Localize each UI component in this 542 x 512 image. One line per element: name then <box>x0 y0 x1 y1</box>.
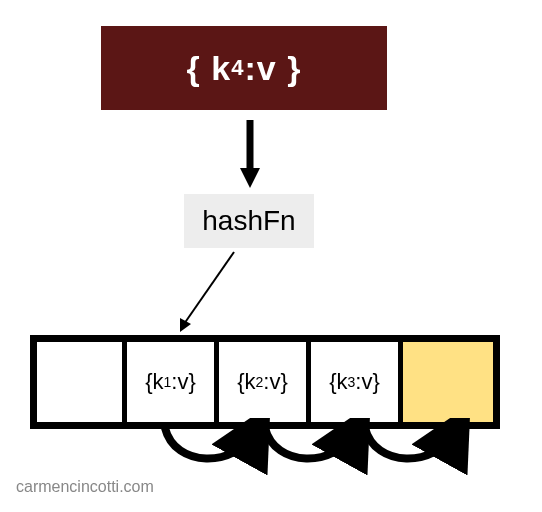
cell-open: { <box>329 369 336 395</box>
array-cell-3: {k3:v} <box>311 342 403 422</box>
svg-line-2 <box>184 252 234 324</box>
key-prefix: k <box>211 49 231 88</box>
cell-open: { <box>145 369 152 395</box>
kv-value: v <box>257 49 277 88</box>
cell-close: } <box>372 369 379 395</box>
array-cell-4-highlighted <box>403 342 493 422</box>
array-cell-2: {k2:v} <box>219 342 311 422</box>
diagram-canvas: { k4: v } hashFn {k1:v} {k2:v} {k3:v} <box>0 0 542 512</box>
cell-sub: 1 <box>164 374 172 390</box>
cell-v: v <box>269 369 280 395</box>
attribution-text: carmencincotti.com <box>16 478 154 496</box>
cell-v: v <box>361 369 372 395</box>
cell-open: { <box>237 369 244 395</box>
arrow-input-to-hashfn <box>238 120 262 190</box>
cell-sub: 3 <box>348 374 356 390</box>
svg-marker-1 <box>240 168 260 188</box>
cell-close: } <box>280 369 287 395</box>
key-subscript: 4 <box>231 55 244 81</box>
cell-k: k <box>245 369 256 395</box>
cell-k: k <box>337 369 348 395</box>
arrow-hashfn-to-array <box>174 248 254 338</box>
input-kv-box: { k4: v } <box>101 26 387 110</box>
hashfn-box: hashFn <box>184 194 314 248</box>
cell-sub: 2 <box>256 374 264 390</box>
kv-separator: : <box>244 49 256 88</box>
cell-close: } <box>188 369 195 395</box>
brace-open: { <box>187 49 201 88</box>
hash-array: {k1:v} {k2:v} {k3:v} <box>30 335 500 429</box>
array-cell-1: {k1:v} <box>127 342 219 422</box>
cell-k: k <box>153 369 164 395</box>
brace-close: } <box>287 49 301 88</box>
hashfn-label: hashFn <box>202 205 295 237</box>
probe-arrows <box>115 418 475 478</box>
cell-v: v <box>177 369 188 395</box>
array-cell-0 <box>37 342 127 422</box>
